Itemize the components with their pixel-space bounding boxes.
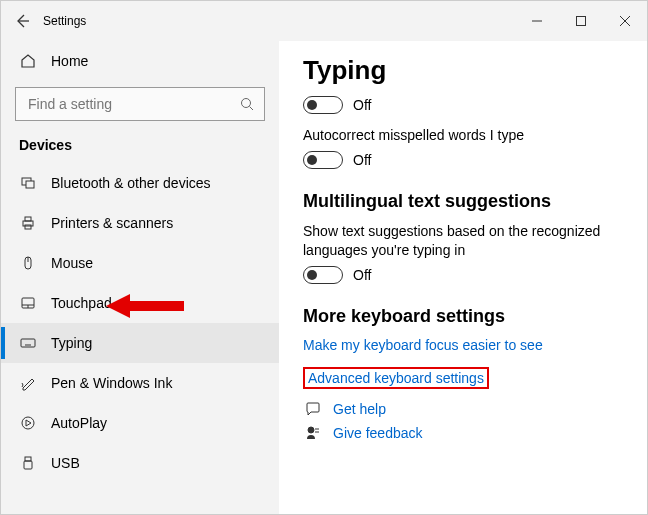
multilingual-desc: Show text suggestions based on the recog… — [303, 222, 623, 260]
more-heading: More keyboard settings — [303, 306, 623, 327]
link-give-feedback[interactable]: Give feedback — [333, 425, 423, 441]
devices-icon — [19, 175, 37, 191]
toggle-autocorrect[interactable] — [303, 151, 343, 169]
window-title: Settings — [43, 14, 86, 28]
sidebar-item-label: Bluetooth & other devices — [51, 175, 211, 191]
sidebar-item-typing[interactable]: Typing — [1, 323, 279, 363]
sidebar-item-label: USB — [51, 455, 80, 471]
home-icon — [19, 53, 37, 69]
sidebar-item-pen[interactable]: Pen & Windows Ink — [1, 363, 279, 403]
sidebar-item-mouse[interactable]: Mouse — [1, 243, 279, 283]
svg-rect-23 — [25, 457, 31, 461]
usb-icon — [19, 455, 37, 471]
sidebar-item-label: Pen & Windows Ink — [51, 375, 172, 391]
svg-rect-24 — [24, 461, 32, 469]
search-input[interactable] — [15, 87, 265, 121]
link-advanced-keyboard[interactable]: Advanced keyboard settings — [303, 367, 489, 389]
sidebar-home[interactable]: Home — [1, 41, 279, 81]
svg-rect-8 — [26, 181, 34, 188]
svg-point-5 — [242, 99, 251, 108]
sidebar-item-autoplay[interactable]: AutoPlay — [1, 403, 279, 443]
sidebar-item-usb[interactable]: USB — [1, 443, 279, 483]
content-pane: Typing Off Autocorrect misspelled words … — [279, 41, 647, 514]
page-title: Typing — [303, 55, 623, 86]
sidebar-item-printers[interactable]: Printers & scanners — [1, 203, 279, 243]
maximize-button[interactable] — [559, 6, 603, 36]
close-button[interactable] — [603, 6, 647, 36]
search-icon — [240, 97, 254, 111]
pen-icon — [19, 375, 37, 391]
sidebar-item-label: AutoPlay — [51, 415, 107, 431]
svg-rect-10 — [25, 217, 31, 221]
toggle-multilingual-state: Off — [353, 267, 371, 283]
svg-rect-2 — [577, 17, 586, 26]
back-button[interactable] — [1, 1, 43, 41]
sidebar-item-label: Typing — [51, 335, 92, 351]
sidebar-item-label: Printers & scanners — [51, 215, 173, 231]
sidebar-item-touchpad[interactable]: Touchpad — [1, 283, 279, 323]
link-keyboard-focus[interactable]: Make my keyboard focus easier to see — [303, 337, 543, 353]
keyboard-icon — [19, 335, 37, 351]
sidebar-item-bluetooth[interactable]: Bluetooth & other devices — [1, 163, 279, 203]
link-get-help[interactable]: Get help — [333, 401, 386, 417]
sidebar: Home Devices Bluetooth & other devices P… — [1, 41, 279, 514]
toggle-autocorrect-state: Off — [353, 152, 371, 168]
toggle-1[interactable] — [303, 96, 343, 114]
svg-line-6 — [250, 107, 254, 111]
autoplay-icon — [19, 415, 37, 431]
sidebar-item-label: Mouse — [51, 255, 93, 271]
svg-point-22 — [22, 417, 34, 429]
minimize-button[interactable] — [515, 6, 559, 36]
printer-icon — [19, 215, 37, 231]
autocorrect-label: Autocorrect misspelled words I type — [303, 126, 623, 145]
touchpad-icon — [19, 295, 37, 311]
svg-rect-17 — [21, 339, 35, 347]
mouse-icon — [19, 255, 37, 271]
sidebar-item-label: Touchpad — [51, 295, 112, 311]
toggle-multilingual[interactable] — [303, 266, 343, 284]
multilingual-heading: Multilingual text suggestions — [303, 191, 623, 212]
help-icon — [303, 401, 323, 417]
feedback-icon — [303, 425, 323, 441]
home-label: Home — [51, 53, 88, 69]
svg-point-25 — [308, 427, 314, 433]
sidebar-section: Devices — [1, 131, 279, 163]
toggle-1-state: Off — [353, 97, 371, 113]
